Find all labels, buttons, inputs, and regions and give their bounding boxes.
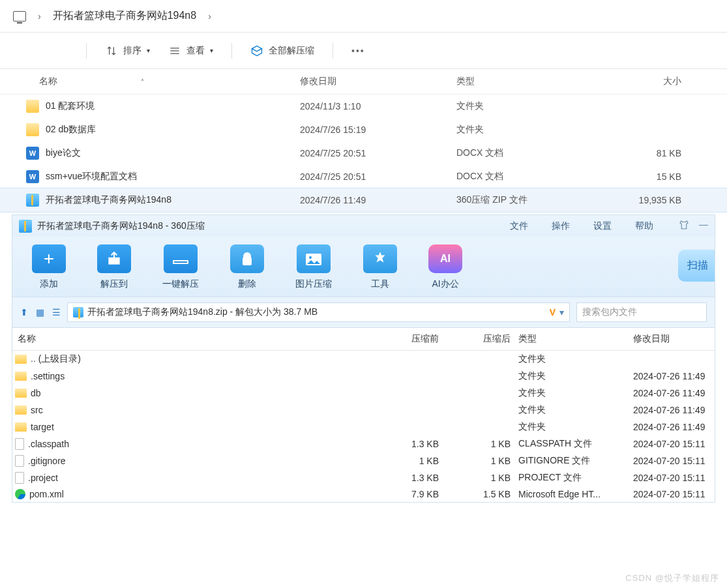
file-name: ssm+vue环境配置文档 bbox=[46, 171, 137, 183]
explorer-column-header[interactable]: 名称˄ 修改日期 类型 大小 bbox=[0, 69, 727, 95]
explorer-file-list: 01 配套环境 2024/11/3 1:10 文件夹 02 db数据库 2024… bbox=[0, 95, 727, 212]
size-after: 1 KB bbox=[439, 456, 511, 466]
file-name: biye论文 bbox=[46, 147, 81, 159]
acol-date[interactable]: 修改日期 bbox=[628, 333, 712, 345]
file-type: 文件夹 bbox=[511, 387, 628, 399]
archive-column-header[interactable]: 名称 压缩前 压缩后 类型 修改日期 bbox=[12, 328, 715, 351]
file-name: db bbox=[31, 388, 41, 398]
scan-tab[interactable]: 扫描 bbox=[678, 250, 715, 282]
table-row[interactable]: 01 配套环境 2024/11/3 1:10 文件夹 bbox=[0, 95, 727, 118]
file-date: 2024-07-26 11:49 bbox=[628, 371, 712, 381]
file-name: .. (上级目录) bbox=[31, 353, 81, 365]
acol-type[interactable]: 类型 bbox=[511, 333, 628, 345]
list-item[interactable]: pom.xml 7.9 KB 1.5 KB Microsoft Edge HT.… bbox=[12, 486, 715, 502]
dropdown-icon[interactable]: ▾ bbox=[559, 307, 564, 317]
file-date: 2024-07-20 15:11 bbox=[628, 489, 712, 499]
file-size: 81 KB bbox=[593, 148, 714, 158]
file-name: pom.xml bbox=[29, 489, 64, 499]
size-after: 1 KB bbox=[439, 473, 511, 483]
list-item[interactable]: db 文件夹 2024-07-26 11:49 bbox=[12, 385, 715, 402]
skin-icon[interactable] bbox=[678, 219, 690, 233]
view-button[interactable]: 查看▾ bbox=[168, 44, 213, 57]
menu-operate[interactable]: 操作 bbox=[552, 220, 570, 232]
size-before: 1.3 KB bbox=[367, 439, 439, 449]
table-row[interactable]: Wssm+vue环境配置文档 2024/7/25 20:51 DOCX 文档 1… bbox=[0, 165, 727, 188]
list-item[interactable]: target 文件夹 2024-07-26 11:49 bbox=[12, 419, 715, 435]
file-date: 2024/7/26 11:49 bbox=[300, 195, 456, 205]
svg-rect-10 bbox=[243, 257, 252, 265]
acol-after[interactable]: 压缩后 bbox=[439, 333, 511, 345]
col-size-label[interactable]: 大小 bbox=[593, 76, 714, 87]
v-badge: V bbox=[550, 307, 556, 317]
col-date-label[interactable]: 修改日期 bbox=[300, 76, 456, 87]
archive-path-text: 开拓者篮球电子商务网站194n8.zip - 解包大小为 38.7 MB bbox=[87, 306, 318, 318]
ai-office-button[interactable]: AIAI办公 bbox=[428, 244, 462, 290]
grid-view-icon[interactable]: ▦ bbox=[36, 307, 44, 317]
more-icon[interactable]: ••• bbox=[351, 46, 365, 56]
file-type: DOCX 文档 bbox=[456, 147, 593, 159]
list-item[interactable]: .project 1.3 KB 1 KB PROJECT 文件 2024-07-… bbox=[12, 469, 715, 486]
list-item[interactable]: src 文件夹 2024-07-26 11:49 bbox=[12, 402, 715, 419]
file-date: 2024-07-20 15:11 bbox=[628, 456, 712, 466]
file-type: 文件夹 bbox=[511, 370, 628, 382]
file-date: 2024/7/25 20:51 bbox=[300, 148, 456, 158]
size-before: 1 KB bbox=[367, 456, 439, 466]
file-type: PROJECT 文件 bbox=[511, 472, 628, 484]
tools-button[interactable]: 工具 bbox=[363, 244, 397, 290]
file-type: GITIGNORE 文件 bbox=[511, 455, 628, 467]
list-view-icon[interactable]: ☰ bbox=[52, 307, 61, 317]
archive-search-input[interactable]: 搜索包内文件 bbox=[576, 302, 707, 322]
up-icon[interactable]: ⬆ bbox=[20, 307, 28, 317]
col-name-label[interactable]: 名称 bbox=[39, 76, 57, 87]
add-button[interactable]: +添加 bbox=[32, 244, 66, 290]
file-icon bbox=[15, 455, 24, 467]
file-type: 文件夹 bbox=[511, 353, 628, 365]
file-icon bbox=[15, 438, 24, 450]
extract-all-button[interactable]: 全部解压缩 bbox=[250, 44, 314, 57]
folder-icon bbox=[15, 355, 27, 364]
file-type: 文件夹 bbox=[511, 404, 628, 416]
list-item[interactable]: .settings 文件夹 2024-07-26 11:49 bbox=[12, 368, 715, 385]
monitor-icon[interactable] bbox=[13, 11, 26, 22]
explorer-toolbar: A 排序▾ 查看▾ 全部解压缩 ••• bbox=[0, 33, 727, 69]
chevron-right-icon[interactable]: › bbox=[38, 11, 41, 22]
image-compress-button[interactable]: 图片压缩 bbox=[295, 244, 332, 290]
acol-name[interactable]: 名称 bbox=[15, 333, 367, 345]
menu-help[interactable]: 帮助 bbox=[635, 220, 653, 232]
file-name: .gitignore bbox=[28, 456, 66, 466]
folder-icon bbox=[15, 422, 27, 432]
size-after: 1.5 KB bbox=[439, 489, 511, 499]
file-type: Microsoft Edge HT... bbox=[511, 489, 628, 499]
archive-titlebar[interactable]: 开拓者篮球电子商务网站194n8 - 360压缩 文件 操作 设置 帮助 — bbox=[12, 215, 715, 237]
menu-file[interactable]: 文件 bbox=[510, 220, 528, 232]
list-item[interactable]: .. (上级目录) 文件夹 bbox=[12, 351, 715, 368]
file-name: src bbox=[31, 405, 43, 415]
acol-before[interactable]: 压缩前 bbox=[367, 333, 439, 345]
file-date: 2024/11/3 1:10 bbox=[300, 101, 456, 111]
separator bbox=[231, 43, 232, 59]
table-row[interactable]: 02 db数据库 2024/7/26 15:19 文件夹 bbox=[0, 118, 727, 141]
archive-toolbar: +添加 解压到 一键解压 删除 图片压缩 工具 AIAI办公 扫描 bbox=[12, 237, 715, 297]
separator bbox=[86, 43, 87, 59]
onekey-extract-button[interactable]: 一键解压 bbox=[162, 244, 199, 290]
col-type-label[interactable]: 类型 bbox=[456, 76, 593, 87]
table-row[interactable]: 开拓者篮球电子商务网站194n8 2024/7/26 11:49 360压缩 Z… bbox=[0, 188, 727, 212]
sort-button[interactable]: 排序▾ bbox=[105, 44, 150, 57]
minimize-icon[interactable]: — bbox=[699, 219, 708, 233]
list-item[interactable]: .classpath 1.3 KB 1 KB CLASSPATH 文件 2024… bbox=[12, 435, 715, 452]
breadcrumb-folder[interactable]: 开拓者篮球电子商务网站194n8 bbox=[53, 9, 197, 23]
list-item[interactable]: .gitignore 1 KB 1 KB GITIGNORE 文件 2024-0… bbox=[12, 452, 715, 469]
file-name: .classpath bbox=[28, 439, 69, 449]
breadcrumb-bar: › 开拓者篮球电子商务网站194n8 › bbox=[0, 0, 727, 33]
file-date: 2024-07-26 11:49 bbox=[628, 422, 712, 432]
menu-settings[interactable]: 设置 bbox=[593, 220, 612, 232]
extract-to-button[interactable]: 解压到 bbox=[97, 244, 131, 290]
delete-button[interactable]: 删除 bbox=[230, 244, 264, 290]
size-after: 1 KB bbox=[439, 439, 511, 449]
archive-path-input[interactable]: 开拓者篮球电子商务网站194n8.zip - 解包大小为 38.7 MB V ▾ bbox=[67, 302, 570, 322]
table-row[interactable]: Wbiye论文 2024/7/25 20:51 DOCX 文档 81 KB bbox=[0, 141, 727, 165]
file-name: .settings bbox=[31, 371, 65, 381]
archive-menu: 文件 操作 设置 帮助 bbox=[510, 220, 653, 232]
chevron-right-icon[interactable]: › bbox=[208, 11, 211, 22]
file-date: 2024-07-20 15:11 bbox=[628, 439, 712, 449]
